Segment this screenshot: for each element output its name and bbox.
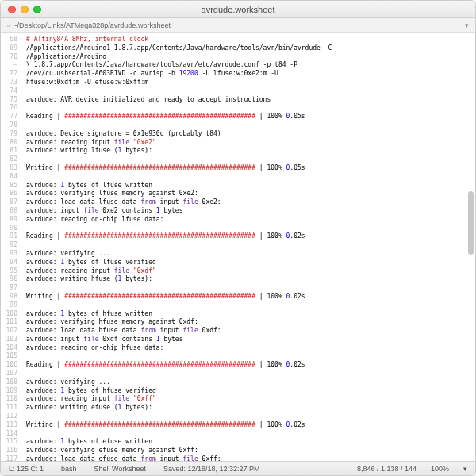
code-line[interactable]: avrdude: reading input file "0xe2" (26, 139, 470, 148)
chevron-down-icon[interactable]: ▾ (465, 21, 469, 29)
app-window: avrdude.worksheet ▫ ~/Desktop/Links/ATMe… (0, 0, 476, 476)
code-line[interactable]: Reading | ##############################… (26, 361, 470, 370)
status-position: L: 125 C: 1 (9, 465, 44, 473)
code-line[interactable]: avrdude: reading on-chip hfuse data: (26, 344, 470, 353)
code-line[interactable] (26, 352, 470, 361)
code-line[interactable]: avrdude: verifying hfuse memory against … (26, 318, 470, 327)
code-line[interactable]: /dev/cu.usbserial-A603R1VD -c avrisp -b … (26, 70, 470, 79)
code-line[interactable]: avrdude: verifying efuse memory against … (26, 447, 470, 455)
titlebar[interactable]: avrdude.worksheet (1, 1, 475, 18)
code-line[interactable] (26, 121, 470, 130)
code-line[interactable]: avrdude: 1 bytes of lfuse written (26, 182, 470, 190)
code-line[interactable]: \ 1.8.7.app/Contents/Java/hardware/tools… (26, 61, 470, 70)
status-zoom[interactable]: 100% (431, 465, 449, 473)
status-menu-icon[interactable]: ▾ (463, 465, 467, 473)
code-line[interactable]: avrdude: 1 bytes of hfuse verified (26, 387, 470, 396)
code-line[interactable]: avrdude: 1 bytes of efuse written (26, 438, 470, 447)
status-type[interactable]: Shell Worksheet (94, 465, 146, 473)
code-line[interactable]: avrdude: reading input file "0xff" (26, 395, 470, 404)
code-line[interactable]: avrdude: writing lfuse (1 bytes): (26, 147, 470, 155)
status-shell[interactable]: bash (61, 465, 77, 473)
code-line[interactable] (26, 301, 470, 310)
file-path: ~/Desktop/Links/ATMega328p/avrdude.works… (13, 21, 171, 29)
code-line[interactable]: avrdude: input file 0xe2 contains 1 byte… (26, 207, 470, 216)
code-line[interactable]: avrdude: writing hfuse (1 bytes): (26, 275, 470, 284)
code-line[interactable]: Writing | ##############################… (26, 421, 470, 430)
code-line[interactable] (26, 413, 470, 421)
status-saved: Saved: 12/18/18, 12:32:27 PM (163, 465, 260, 473)
code-line[interactable]: avrdude: verifying lfuse memory against … (26, 190, 470, 198)
doc-icon: ▫ (7, 21, 10, 29)
editor-area[interactable]: 686970—727374757677787980818283848586878… (1, 33, 475, 461)
line-gutter: 686970—727374757677787980818283848586878… (1, 33, 21, 461)
code-line[interactable]: avrdude: reading input file "0xdf" (26, 267, 470, 276)
status-chars: 8,846 / 1,138 / 144 (357, 465, 416, 473)
code-line[interactable]: /Applications/Arduino (26, 53, 470, 62)
code-line[interactable] (26, 225, 470, 233)
code-line[interactable]: # ATtiny84A 8Mhz, internal clock (26, 36, 470, 44)
code-line[interactable]: avrdude: 1 bytes of lfuse verified (26, 259, 470, 267)
code-line[interactable] (26, 241, 470, 250)
path-bar[interactable]: ▫ ~/Desktop/Links/ATMega328p/avrdude.wor… (1, 18, 475, 33)
code-line[interactable]: avrdude: input file 0xdf contains 1 byte… (26, 336, 470, 344)
code-line[interactable]: avrdude: writing efuse (1 bytes): (26, 404, 470, 413)
code-line[interactable]: avrdude: reading on-chip lfuse data: (26, 216, 470, 225)
code-line[interactable]: Writing | ##############################… (26, 293, 470, 301)
code-line[interactable] (26, 370, 470, 378)
code-content[interactable]: # ATtiny84A 8Mhz, internal clock/Applica… (21, 33, 475, 461)
code-line[interactable]: hfuse:w:0xdf:m -U efuse:w:0xff:m (26, 79, 470, 87)
code-line[interactable]: /Applications/Arduino1 1.8.7.app/Content… (26, 44, 470, 53)
code-line[interactable]: avrdude: verifying ... (26, 250, 470, 259)
code-line[interactable] (26, 87, 470, 96)
code-line[interactable]: avrdude: Device signature = 0x1e930c (pr… (26, 130, 470, 139)
code-line[interactable]: avrdude: load data hfuse data from input… (26, 327, 470, 336)
code-line[interactable] (26, 155, 470, 164)
code-line[interactable]: Reading | ##############################… (26, 113, 470, 121)
code-line[interactable]: avrdude: load data lfuse data from input… (26, 198, 470, 207)
window-title: avrdude.worksheet (1, 5, 475, 14)
code-line[interactable] (26, 104, 470, 113)
code-line[interactable]: Writing | ##############################… (26, 164, 470, 173)
code-line[interactable]: avrdude: 1 bytes of hfuse written (26, 310, 470, 319)
code-line[interactable]: Reading | ##############################… (26, 232, 470, 241)
code-line[interactable] (26, 430, 470, 439)
code-line[interactable]: avrdude: AVR device initialized and read… (26, 96, 470, 105)
code-line[interactable] (26, 284, 470, 293)
status-bar: L: 125 C: 1 bash Shell Worksheet Saved: … (1, 461, 475, 475)
code-line[interactable]: avrdude: verifying ... (26, 378, 470, 387)
code-line[interactable]: avrdude: load data efuse data from input… (26, 455, 470, 461)
code-line[interactable] (26, 173, 470, 182)
